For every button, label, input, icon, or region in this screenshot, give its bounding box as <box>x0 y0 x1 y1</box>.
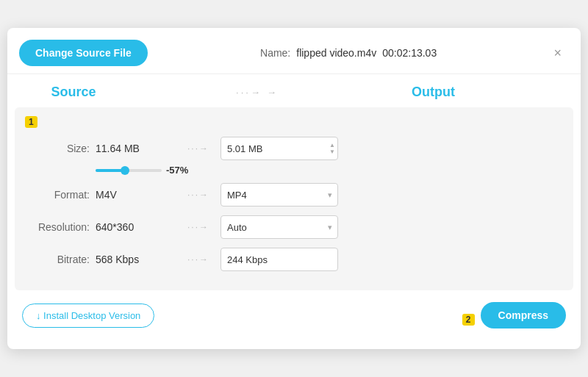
size-spinner: ▲ ▼ <box>329 143 335 155</box>
size-label: Size: <box>22 143 96 154</box>
resolution-output: Auto 1920*1080 1280*720 640*360 480*270 … <box>220 215 566 239</box>
resolution-row: Resolution: 640*360 ···→ Auto 1920*1080 … <box>22 211 566 243</box>
badge-2: 2 <box>462 314 475 326</box>
format-row: Format: M4V ···→ MP4 MKV AVI MOV WMV ▾ <box>22 179 566 211</box>
header: Change Source File Name: flipped video.m… <box>7 28 581 74</box>
content-area: 1 Size: 11.64 MB ···→ ▲ ▼ <box>15 107 573 290</box>
resolution-select[interactable]: Auto 1920*1080 1280*720 640*360 480*270 <box>220 215 338 239</box>
bitrate-arrow: ···→ <box>176 254 220 265</box>
duration: 00:02:13.03 <box>382 47 437 59</box>
slider-percent: -57% <box>166 165 188 176</box>
format-select-wrapper: MP4 MKV AVI MOV WMV ▾ <box>220 183 338 207</box>
filename: flipped video.m4v <box>296 47 376 59</box>
size-decrement[interactable]: ▼ <box>329 149 335 155</box>
source-output-arrow: ···→ → <box>118 87 397 98</box>
source-label: Source <box>29 85 118 100</box>
source-output-header: Source ···→ → Output <box>29 74 559 107</box>
slider-row: -57% <box>22 165 566 179</box>
format-output: MP4 MKV AVI MOV WMV ▾ <box>220 183 566 207</box>
name-label: Name: <box>260 47 290 59</box>
slider-thumb[interactable] <box>121 166 129 175</box>
resolution-source-value: 640*360 <box>96 221 176 233</box>
size-increment[interactable]: ▲ <box>329 143 335 148</box>
resolution-arrow: ···→ <box>176 222 220 232</box>
bitrate-output <box>220 248 566 271</box>
resolution-label: Resolution: <box>22 221 96 233</box>
slider-track <box>96 169 162 172</box>
size-input-wrapper: ▲ ▼ <box>220 137 338 160</box>
size-input[interactable] <box>220 137 338 160</box>
compress-button[interactable]: Compress <box>481 302 566 328</box>
size-row: Size: 11.64 MB ···→ ▲ ▼ <box>22 132 566 165</box>
bitrate-input[interactable] <box>220 248 338 271</box>
bitrate-source-value: 568 Kbps <box>96 254 176 265</box>
main-window: Change Source File Name: flipped video.m… <box>7 28 581 349</box>
compress-area: 2 Compress <box>462 302 566 328</box>
change-source-button[interactable]: Change Source File <box>19 40 148 66</box>
format-arrow: ···→ <box>176 190 220 200</box>
resolution-select-wrapper: Auto 1920*1080 1280*720 640*360 480*270 … <box>220 215 338 239</box>
badge-1: 1 <box>25 116 37 128</box>
format-label: Format: <box>22 189 96 201</box>
slider-container[interactable]: -57% <box>96 165 188 176</box>
footer: ↓ Install Desktop Version 2 Compress <box>7 290 581 331</box>
install-desktop-button[interactable]: ↓ Install Desktop Version <box>22 304 154 328</box>
slider-fill <box>96 169 122 172</box>
bitrate-label: Bitrate: <box>22 254 96 265</box>
size-source-value: 11.64 MB <box>96 143 176 154</box>
size-arrow: ···→ <box>176 143 220 154</box>
output-label: Output <box>397 85 559 100</box>
file-info: Name: flipped video.m4v 00:02:13.03 <box>260 47 437 59</box>
close-button[interactable]: × <box>549 45 566 61</box>
size-output: ▲ ▼ <box>220 137 566 160</box>
bitrate-row: Bitrate: 568 Kbps ···→ <box>22 243 566 276</box>
format-source-value: M4V <box>96 189 176 201</box>
format-select[interactable]: MP4 MKV AVI MOV WMV <box>220 183 338 207</box>
